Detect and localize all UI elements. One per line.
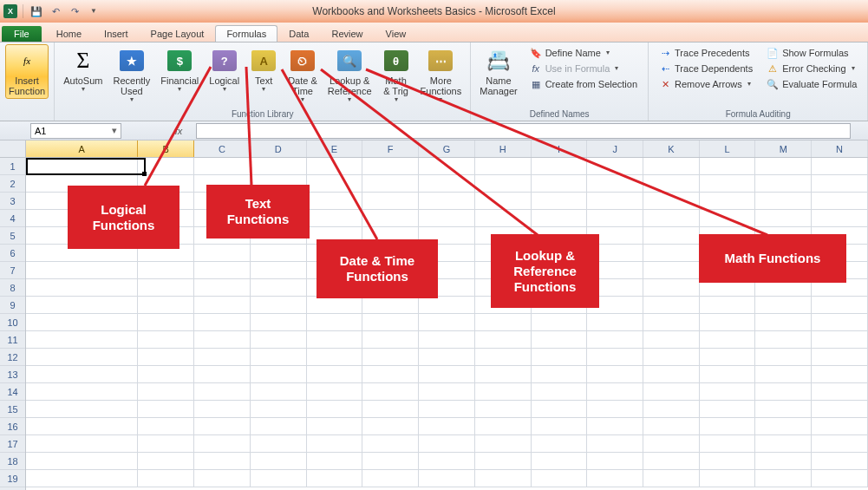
cell[interactable] xyxy=(307,175,363,193)
cell[interactable] xyxy=(26,401,138,418)
column-header[interactable]: L xyxy=(700,140,756,157)
cell[interactable] xyxy=(587,314,643,331)
row-header[interactable]: 13 xyxy=(0,366,25,383)
logical-button[interactable]: ?Logical▾ xyxy=(206,44,243,95)
cell[interactable] xyxy=(419,366,475,383)
cell[interactable] xyxy=(138,279,194,297)
name-manager-button[interactable]: 📇 Name Manager xyxy=(476,44,520,99)
row-header[interactable]: 3 xyxy=(0,193,25,210)
cell[interactable] xyxy=(251,383,307,401)
cell[interactable] xyxy=(532,470,588,487)
cell[interactable] xyxy=(251,366,307,383)
column-header[interactable]: G xyxy=(419,140,475,157)
cell[interactable] xyxy=(26,349,138,366)
cell[interactable] xyxy=(700,418,756,435)
cell[interactable] xyxy=(475,383,532,401)
row-header[interactable]: 17 xyxy=(0,435,25,453)
cell[interactable] xyxy=(755,297,812,314)
column-header[interactable]: D xyxy=(251,140,307,157)
cell[interactable] xyxy=(755,435,812,453)
cell[interactable] xyxy=(194,470,251,487)
cell[interactable] xyxy=(362,349,419,366)
cell[interactable] xyxy=(194,401,251,418)
file-tab[interactable]: File xyxy=(2,26,42,42)
cell[interactable] xyxy=(419,193,475,210)
select-all-corner[interactable] xyxy=(0,140,25,158)
cell[interactable] xyxy=(700,193,756,210)
cell[interactable] xyxy=(755,366,812,383)
row-header[interactable]: 14 xyxy=(0,383,25,401)
cell[interactable] xyxy=(812,435,868,453)
cell[interactable] xyxy=(475,349,532,366)
cell[interactable] xyxy=(700,175,756,193)
financial-button[interactable]: $Financial▾ xyxy=(157,44,202,95)
cell[interactable] xyxy=(138,262,194,279)
cell[interactable] xyxy=(26,383,138,401)
cell[interactable] xyxy=(643,435,700,453)
row-header[interactable]: 16 xyxy=(0,418,25,435)
cell[interactable] xyxy=(643,418,700,435)
cell[interactable] xyxy=(419,470,475,487)
cell[interactable] xyxy=(755,314,812,331)
cell[interactable] xyxy=(643,158,700,175)
cell[interactable] xyxy=(755,331,812,349)
cell[interactable] xyxy=(643,193,700,210)
cell[interactable] xyxy=(251,279,307,297)
dropdown-icon[interactable]: ▾ xyxy=(112,125,117,136)
cell[interactable] xyxy=(307,383,363,401)
tab-page-layout[interactable]: Page Layout xyxy=(140,25,216,42)
tab-data[interactable]: Data xyxy=(277,25,320,42)
insert-function-button[interactable]: fx Insert Function xyxy=(5,44,49,99)
cell[interactable] xyxy=(194,418,251,435)
cell[interactable] xyxy=(307,418,363,435)
cell[interactable] xyxy=(700,297,756,314)
row-header[interactable]: 9 xyxy=(0,297,25,314)
cell[interactable] xyxy=(251,470,307,487)
cell[interactable] xyxy=(700,349,756,366)
row-header[interactable]: 11 xyxy=(0,331,25,349)
cell[interactable] xyxy=(26,331,138,349)
cell[interactable] xyxy=(812,193,868,210)
cell[interactable] xyxy=(643,210,700,227)
cell[interactable] xyxy=(587,418,643,435)
more-functions-button[interactable]: ⋯More Functions▾ xyxy=(417,44,466,106)
cell[interactable] xyxy=(419,435,475,453)
cell[interactable] xyxy=(26,314,138,331)
cell[interactable] xyxy=(755,175,812,193)
column-header[interactable]: C xyxy=(194,140,251,157)
cell[interactable] xyxy=(812,314,868,331)
cell[interactable] xyxy=(362,383,419,401)
cell[interactable] xyxy=(251,418,307,435)
cell[interactable] xyxy=(587,366,643,383)
cell[interactable] xyxy=(475,158,532,175)
cell[interactable] xyxy=(194,331,251,349)
cell[interactable] xyxy=(700,383,756,401)
cell[interactable] xyxy=(532,349,588,366)
cell[interactable] xyxy=(587,435,643,453)
cell[interactable] xyxy=(251,158,307,175)
undo-icon[interactable]: ↶ xyxy=(48,3,63,19)
cell[interactable] xyxy=(419,383,475,401)
row-header[interactable]: 19 xyxy=(0,470,25,487)
cell[interactable] xyxy=(587,175,643,193)
row-header[interactable]: 18 xyxy=(0,453,25,470)
cell[interactable] xyxy=(307,435,363,453)
cell[interactable] xyxy=(700,158,756,175)
cell[interactable] xyxy=(251,314,307,331)
cell[interactable] xyxy=(362,470,419,487)
cell[interactable] xyxy=(475,193,532,210)
cell[interactable] xyxy=(138,158,194,175)
cell[interactable] xyxy=(643,314,700,331)
name-box[interactable]: A1▾ xyxy=(30,123,121,139)
cell[interactable] xyxy=(587,349,643,366)
cell[interactable] xyxy=(812,158,868,175)
cell[interactable] xyxy=(362,158,419,175)
tab-view[interactable]: View xyxy=(375,25,418,42)
cell[interactable] xyxy=(643,331,700,349)
cell[interactable] xyxy=(26,279,138,297)
cell[interactable] xyxy=(362,193,419,210)
cell[interactable] xyxy=(643,383,700,401)
cell[interactable] xyxy=(700,470,756,487)
cell[interactable] xyxy=(812,401,868,418)
cell[interactable] xyxy=(194,349,251,366)
